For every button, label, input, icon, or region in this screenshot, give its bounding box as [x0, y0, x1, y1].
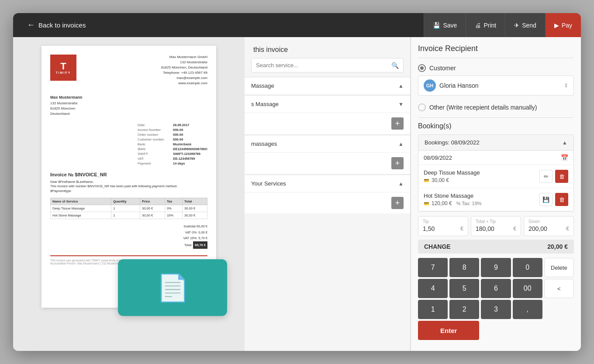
- backspace-button[interactable]: <: [544, 279, 574, 298]
- service-booking-name-1: Deep Tissue Massage: [424, 169, 539, 176]
- service-tax-1: 0%: [165, 205, 182, 212]
- edit-service-button-1[interactable]: ✏: [539, 170, 553, 183]
- num-6-button[interactable]: 6: [481, 279, 511, 298]
- invoice-totals: Subtotal 60,00 € VAT 0%: 0,00 € VAT 19%:…: [50, 223, 207, 249]
- payment-type: $Paymenttype: [50, 189, 207, 194]
- pay-button[interactable]: ▶ Pay: [545, 13, 581, 37]
- num-1-button[interactable]: 1: [418, 300, 448, 319]
- customer-radio-option[interactable]: Customer: [418, 64, 574, 72]
- send-label: Send: [522, 22, 536, 29]
- customer-avatar: GH: [424, 79, 436, 92]
- category-header-massages[interactable]: massages ▲: [245, 135, 410, 152]
- num-9-button[interactable]: 9: [481, 258, 511, 277]
- calendar-icon[interactable]: 📅: [561, 154, 568, 161]
- num-4-button[interactable]: 4: [418, 279, 448, 298]
- iban: DE123456000006789O: [173, 147, 207, 151]
- customer-name: Gloria Hanson: [439, 82, 479, 89]
- client-address: Max Mustermann 132 Musterstraße 81825 Mü…: [50, 95, 207, 117]
- service-total-1: 30,00 €: [183, 205, 207, 212]
- back-to-invoices-button[interactable]: ← Back to invoices: [22, 18, 91, 32]
- change-amount: 20,00 €: [547, 243, 568, 250]
- customer-radio-button[interactable]: [418, 64, 426, 72]
- given-field-group: Given 200,00 €: [524, 216, 574, 236]
- service-price-1: 30,00 €: [140, 205, 165, 212]
- change-label: CHANGE: [424, 243, 451, 250]
- num-5-button[interactable]: 5: [449, 279, 479, 298]
- num-00-button[interactable]: 00: [513, 279, 542, 298]
- payment-terms: 14 days: [173, 161, 207, 165]
- logo-company: TIMIFY: [56, 71, 71, 74]
- service-category-your-services: Your Services ▲ +: [245, 175, 410, 213]
- booking-date-label: Bookings: 08/09/2022: [425, 139, 480, 146]
- total-tip-value: 180,00: [476, 225, 494, 232]
- given-currency: €: [566, 226, 569, 232]
- category-header-s-massage[interactable]: s Massage ▼: [245, 96, 410, 113]
- booking-date-input[interactable]: [424, 155, 561, 161]
- category-header-your-services[interactable]: Your Services ▲: [245, 175, 410, 192]
- num-2-button[interactable]: 2: [449, 300, 479, 319]
- delete-service-button-1[interactable]: 🗑: [555, 170, 568, 183]
- send-icon: ✈: [514, 22, 519, 29]
- enter-button[interactable]: Enter: [418, 321, 479, 340]
- save-service-button-2[interactable]: 💾: [539, 193, 553, 206]
- send-button[interactable]: ✈ Send: [505, 13, 545, 37]
- other-radio-button[interactable]: [418, 103, 426, 111]
- bank: Musterbank: [173, 142, 207, 146]
- customer-selector[interactable]: GH Gloria Hanson ⇕: [418, 76, 574, 96]
- client-city: 81825 München: [50, 106, 75, 110]
- service-item-row-3: +: [245, 192, 410, 213]
- num-comma-button[interactable]: ,: [513, 300, 542, 319]
- app-window: ← Back to invoices 💾 Save 🖨 Print ✈ Send…: [13, 13, 581, 351]
- credit-card-icon-2: 💳: [424, 201, 429, 206]
- table-row: Hot Stone Massage 1 30,00 € 19% 30,00 €: [51, 212, 207, 219]
- col-service: Name of Service: [51, 198, 111, 205]
- category-header-massage[interactable]: Massage ▲: [245, 77, 410, 94]
- delete-service-button-2[interactable]: 🗑: [555, 193, 568, 206]
- invoice-date: 26.06.2017: [173, 123, 207, 127]
- other-radio-option[interactable]: Other (Write recepient details manually): [418, 103, 574, 111]
- num-0-button[interactable]: 0: [513, 258, 542, 277]
- back-label: Back to invoices: [38, 21, 86, 29]
- search-box[interactable]: 🔍: [251, 58, 404, 72]
- delete-button[interactable]: Delete: [544, 258, 574, 277]
- num-7-button[interactable]: 7: [418, 258, 448, 277]
- num-8-button[interactable]: 8: [449, 258, 479, 277]
- service-item-row-2: +: [245, 152, 410, 174]
- service-booking-info-2: Hot Stone Massage 💳 120,00 € % Tax: 19%: [424, 192, 539, 206]
- greeting-line: Dear $FirstName $LastName,: [50, 180, 207, 185]
- add-service-button-3[interactable]: +: [391, 197, 404, 209]
- company-logo-box: T TIMIFY: [50, 55, 76, 86]
- tip-row: Tip 1,50 € Total + Tip 180,00 €: [418, 216, 574, 236]
- invoice-graphic-icon: 📄: [156, 272, 189, 303]
- service-booking-item-1: Deep Tissue Massage 💳 30,00 € ✏ 🗑: [418, 165, 573, 188]
- logo: T TIMIFY: [50, 55, 76, 81]
- customer-number: 000-00: [173, 137, 207, 141]
- tip-value: 1,50: [423, 225, 435, 232]
- recipient-section-title: Invoice Recipient: [418, 44, 574, 58]
- add-service-button[interactable]: +: [391, 117, 404, 130]
- total-value: 65,70 €: [193, 241, 207, 249]
- invoice-services-table: Name of Service Quantity Price Tax Total…: [50, 198, 207, 219]
- service-actions-1: ✏ 🗑: [539, 170, 568, 183]
- tip-label: Tip: [423, 219, 463, 224]
- company-email: max@example.com: [161, 76, 207, 81]
- vat19-row: VAT 19%: 5,70 €: [50, 235, 207, 241]
- invoice-header: T TIMIFY Max Mustermann GmbH 132 Musters…: [50, 55, 207, 86]
- save-button[interactable]: 💾 Save: [424, 13, 466, 37]
- top-bar: ← Back to invoices 💾 Save 🖨 Print ✈ Send…: [13, 13, 581, 37]
- col-price: Price: [140, 198, 165, 205]
- total-tip-field-group: Total + Tip 180,00 €: [471, 216, 521, 236]
- num-3-button[interactable]: 3: [481, 300, 511, 319]
- print-button[interactable]: 🖨 Print: [466, 13, 505, 37]
- company-website: www.example.com: [161, 81, 207, 86]
- bookings-title: Booking(s): [418, 117, 574, 130]
- search-input[interactable]: [256, 58, 391, 72]
- body-text: This Invoice with number $INVOICE_NR has…: [50, 184, 207, 189]
- invoice-number: 000-00: [173, 128, 207, 132]
- booking-card-header[interactable]: Bookings: 08/09/2022 ▲: [418, 135, 573, 151]
- price-value-1: 30,00 €: [432, 177, 449, 183]
- tip-currency: €: [460, 226, 463, 232]
- subtotal-row: Subtotal 60,00 €: [50, 223, 207, 230]
- add-service-button-2[interactable]: +: [391, 157, 404, 169]
- decorative-invoice-card: 📄: [118, 259, 227, 316]
